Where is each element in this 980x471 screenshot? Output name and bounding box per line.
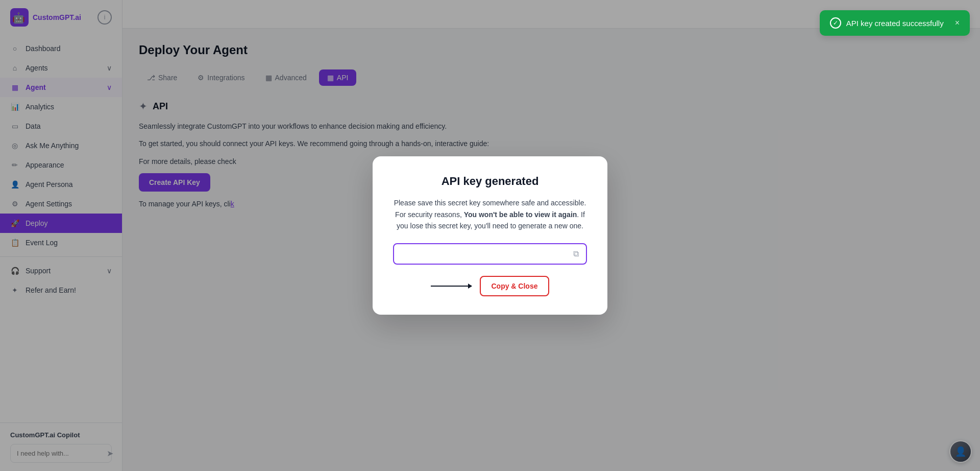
api-key-input-field[interactable]: ⧉ xyxy=(393,243,587,265)
copy-icon[interactable]: ⧉ xyxy=(573,249,579,258)
arrow-line xyxy=(431,286,472,287)
toast-message: API key created successfully xyxy=(846,19,944,28)
toast-close-button[interactable]: × xyxy=(955,18,960,28)
modal-description: Please save this secret key somewhere sa… xyxy=(393,197,587,231)
modal-title: API key generated xyxy=(393,175,587,188)
toast-check-icon: ✓ xyxy=(830,17,841,29)
toast-notification: ✓ API key created successfully × xyxy=(820,10,970,36)
modal-actions: Copy & Close xyxy=(393,276,587,296)
api-key-modal: API key generated Please save this secre… xyxy=(373,156,607,314)
modal-overlay[interactable]: API key generated Please save this secre… xyxy=(0,0,980,471)
api-key-value-input[interactable] xyxy=(401,250,569,258)
copy-and-close-button[interactable]: Copy & Close xyxy=(480,276,549,296)
arrow-indicator xyxy=(431,286,472,287)
